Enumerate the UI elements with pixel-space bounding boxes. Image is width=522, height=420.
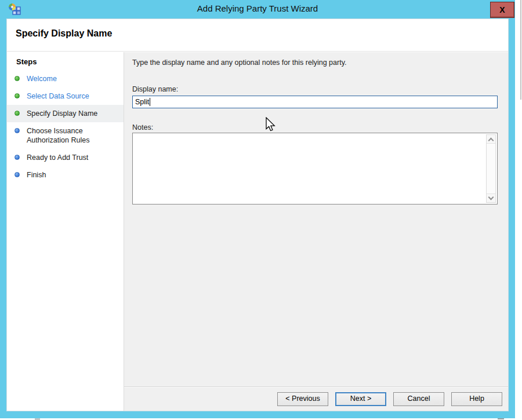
page-header: Specify Display Name <box>7 19 508 52</box>
sidebar-step-ready-to-add-trust: Ready to Add Trust <box>7 149 124 166</box>
text-caret <box>150 98 150 106</box>
step-complete-bullet-icon <box>14 93 20 98</box>
display-name-label: Display name: <box>132 85 178 93</box>
step-complete-bullet-icon <box>14 111 20 116</box>
sidebar-step-choose-issuance-authorization-rules: Choose Issuance Authorization Rules <box>7 122 124 149</box>
chevron-up-icon <box>488 137 494 143</box>
wizard-window: Add Relying Party Trust Wizard X Specify… <box>0 0 515 418</box>
help-button[interactable]: Help <box>451 392 502 406</box>
close-icon: X <box>499 5 505 14</box>
intro-text: Type the display name and any optional n… <box>132 59 346 67</box>
next-button[interactable]: Next > <box>335 392 386 406</box>
display-name-input[interactable]: Split <box>132 96 498 108</box>
display-name-value: Split <box>135 98 149 106</box>
scroll-up-button[interactable] <box>487 135 495 144</box>
cancel-button[interactable]: Cancel <box>393 392 444 406</box>
wizard-inner-panel: Specify Display Name Steps Welcome Selec… <box>6 19 509 411</box>
sidebar-step-finish: Finish <box>7 166 124 184</box>
close-button[interactable]: X <box>490 2 514 18</box>
scroll-down-button[interactable] <box>487 193 495 202</box>
step-pending-bullet-icon <box>14 172 20 177</box>
notes-scrollbar[interactable] <box>486 134 496 203</box>
wizard-content: Type the display name and any optional n… <box>124 52 508 411</box>
sidebar-step-welcome[interactable]: Welcome <box>7 70 124 87</box>
notes-label: Notes: <box>132 123 153 132</box>
page-title: Specify Display Name <box>16 28 112 39</box>
notes-textarea[interactable] <box>132 133 498 204</box>
step-pending-bullet-icon <box>14 155 20 160</box>
background-window-edge <box>520 0 521 100</box>
previous-button[interactable]: < Previous <box>277 392 328 406</box>
steps-heading: Steps <box>7 57 124 70</box>
step-complete-bullet-icon <box>14 76 20 81</box>
step-pending-bullet-icon <box>14 128 20 133</box>
wizard-button-bar: < Previous Next > Cancel Help <box>124 386 508 411</box>
titlebar[interactable]: Add Relying Party Trust Wizard X <box>0 0 515 19</box>
window-title: Add Relying Party Trust Wizard <box>0 3 515 13</box>
steps-sidebar: Steps Welcome Select Data Source Specify… <box>7 52 124 411</box>
sidebar-step-specify-display-name[interactable]: Specify Display Name <box>7 105 124 122</box>
chevron-down-icon <box>488 194 494 200</box>
sidebar-step-select-data-source[interactable]: Select Data Source <box>7 87 124 105</box>
